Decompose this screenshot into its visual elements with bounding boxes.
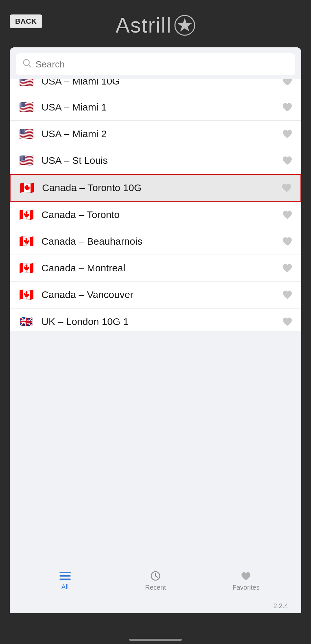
tab-all[interactable]: All xyxy=(20,571,110,591)
home-indicator xyxy=(129,639,182,641)
partial-bottom-item: 🇬🇧 UK – London 10G 1 xyxy=(10,308,301,331)
svg-marker-1 xyxy=(178,18,192,32)
server-name: Canada – Montreal xyxy=(41,262,275,274)
svg-rect-4 xyxy=(60,572,71,573)
tab-favorites[interactable]: Favorites xyxy=(201,571,291,591)
list-icon xyxy=(60,571,71,581)
favorite-icon[interactable] xyxy=(281,128,293,140)
flag-icon: 🇨🇦 xyxy=(18,262,35,274)
clock-icon xyxy=(150,571,161,581)
flag-icon: 🇺🇸 xyxy=(18,79,35,87)
favorite-icon[interactable] xyxy=(281,79,293,87)
server-name: USA – Miami 1 xyxy=(41,102,275,113)
flag-icon: 🇨🇦 xyxy=(18,289,35,301)
favorite-icon[interactable] xyxy=(281,101,293,113)
tab-recent-label: Recent xyxy=(145,584,166,591)
version-label: 2.2.4 xyxy=(274,602,288,610)
list-item[interactable]: 🇺🇸 USA – Miami 2 xyxy=(10,121,301,147)
app-title: Astrill xyxy=(116,13,195,37)
list-item[interactable]: 🇺🇸 USA – St Louis xyxy=(10,147,301,174)
server-name: Canada – Toronto 10G xyxy=(42,182,274,193)
list-item[interactable]: 🇨🇦 Canada – Toronto xyxy=(10,202,301,228)
header: BACK Astrill xyxy=(0,0,311,47)
tab-bar: All Recent Favorites xyxy=(20,564,291,597)
flag-icon: 🇬🇧 xyxy=(18,316,35,328)
server-name: Canada – Vancouver xyxy=(41,289,275,300)
server-name: Canada – Toronto xyxy=(41,209,275,220)
star-badge-icon xyxy=(174,15,195,36)
favorite-icon[interactable] xyxy=(281,316,293,328)
tab-recent[interactable]: Recent xyxy=(110,571,201,591)
svg-rect-6 xyxy=(60,579,71,580)
favorite-icon[interactable] xyxy=(281,235,293,247)
heart-tab-icon xyxy=(240,571,251,581)
list-item[interactable]: 🇺🇸 USA – Miami 10G xyxy=(10,79,301,94)
tab-all-label: All xyxy=(61,583,69,591)
server-name: Canada – Beauharnois xyxy=(41,236,275,247)
list-item[interactable]: 🇨🇦 Canada – Montreal xyxy=(10,255,301,282)
list-item[interactable]: 🇨🇦 Canada – Beauharnois xyxy=(10,228,301,255)
server-name: USA – Miami 2 xyxy=(41,128,275,139)
favorite-icon[interactable] xyxy=(281,209,293,221)
favorite-icon[interactable] xyxy=(281,182,293,194)
search-input[interactable] xyxy=(36,59,289,70)
svg-line-9 xyxy=(156,576,157,577)
list-item[interactable]: 🇺🇸 USA – Miami 1 xyxy=(10,94,301,121)
flag-icon: 🇺🇸 xyxy=(18,155,35,166)
flag-icon: 🇺🇸 xyxy=(18,128,35,140)
flag-icon: 🇨🇦 xyxy=(18,182,36,194)
partial-scroll-indicator: 🇺🇸 USA – Miami 10G xyxy=(10,79,301,94)
flag-icon: 🇨🇦 xyxy=(18,235,35,247)
flag-icon: 🇺🇸 xyxy=(18,101,35,113)
search-bar xyxy=(16,53,295,75)
server-name: USA – Miami 10G xyxy=(41,79,275,87)
flag-icon: 🇨🇦 xyxy=(18,209,35,221)
server-list: 🇺🇸 USA – Miami 10G 🇺🇸 USA – Miami 1 xyxy=(10,79,301,331)
tab-favorites-label: Favorites xyxy=(232,584,259,591)
search-icon xyxy=(22,59,32,70)
server-name: USA – St Louis xyxy=(41,155,275,166)
search-container xyxy=(10,47,301,79)
svg-line-3 xyxy=(29,65,31,67)
list-item-selected[interactable]: 🇨🇦 Canada – Toronto 10G xyxy=(10,174,301,202)
favorite-icon[interactable] xyxy=(281,155,293,166)
server-name: UK – London 10G 1 xyxy=(41,316,275,327)
favorite-icon[interactable] xyxy=(281,262,293,274)
svg-rect-5 xyxy=(60,575,71,577)
back-button[interactable]: BACK xyxy=(10,14,42,28)
content-area: 🇺🇸 USA – Miami 10G 🇺🇸 USA – Miami 1 xyxy=(10,47,301,613)
list-item[interactable]: 🇨🇦 Canada – Vancouver xyxy=(10,282,301,308)
app-title-text: Astrill xyxy=(116,13,172,37)
favorite-icon[interactable] xyxy=(281,289,293,301)
list-item[interactable]: 🇬🇧 UK – London 10G 1 xyxy=(10,308,301,331)
